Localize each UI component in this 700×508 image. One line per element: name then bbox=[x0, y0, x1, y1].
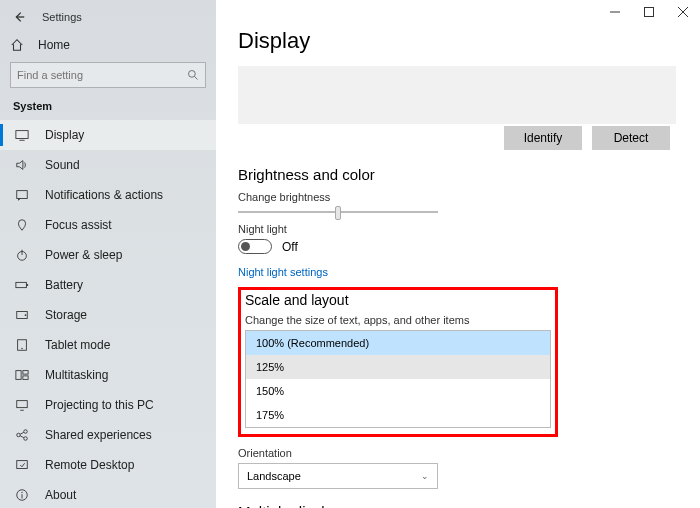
nightlight-state: Off bbox=[282, 240, 298, 254]
project-icon bbox=[13, 398, 31, 412]
sidebar: Settings Home System Display Sound bbox=[0, 0, 216, 508]
home-label: Home bbox=[38, 38, 70, 52]
nav-about[interactable]: About bbox=[0, 480, 216, 508]
focus-icon bbox=[13, 218, 31, 232]
close-button[interactable] bbox=[666, 0, 700, 24]
battery-icon bbox=[13, 278, 31, 292]
shared-icon bbox=[13, 428, 31, 442]
nav-label: Battery bbox=[45, 278, 83, 292]
sound-icon bbox=[13, 158, 31, 172]
nav-notifications[interactable]: Notifications & actions bbox=[0, 180, 216, 210]
nav-label: Storage bbox=[45, 308, 87, 322]
svg-point-17 bbox=[21, 348, 22, 349]
svg-point-5 bbox=[189, 71, 196, 78]
main-content: Display Identify Detect Brightness and c… bbox=[216, 0, 700, 508]
nightlight-label: Night light bbox=[238, 223, 676, 235]
display-preview: Identify Detect bbox=[238, 66, 676, 124]
svg-point-22 bbox=[17, 433, 21, 437]
nav-label: Tablet mode bbox=[45, 338, 110, 352]
scale-option-150[interactable]: 150% bbox=[246, 379, 550, 403]
scale-dropdown[interactable]: 100% (Recommended) 125% 150% 175% bbox=[245, 330, 551, 428]
nav-label: Focus assist bbox=[45, 218, 112, 232]
search-icon bbox=[187, 69, 199, 81]
tablet-icon bbox=[13, 338, 31, 352]
svg-rect-1 bbox=[645, 8, 654, 17]
storage-icon bbox=[13, 308, 31, 322]
brightness-label: Change brightness bbox=[238, 191, 676, 203]
nav-battery[interactable]: Battery bbox=[0, 270, 216, 300]
search-box[interactable] bbox=[10, 62, 206, 88]
svg-rect-12 bbox=[16, 282, 27, 287]
scale-option-100[interactable]: 100% (Recommended) bbox=[246, 331, 550, 355]
slider-thumb[interactable] bbox=[335, 206, 341, 220]
nav-tablet[interactable]: Tablet mode bbox=[0, 330, 216, 360]
svg-rect-18 bbox=[16, 371, 21, 380]
scale-highlight: Scale and layout Change the size of text… bbox=[238, 287, 558, 437]
orientation-value: Landscape bbox=[247, 470, 301, 482]
nightlight-settings-link[interactable]: Night light settings bbox=[238, 266, 328, 278]
chevron-down-icon: ⌄ bbox=[421, 471, 429, 481]
svg-rect-20 bbox=[23, 376, 28, 380]
scale-option-175[interactable]: 175% bbox=[246, 403, 550, 427]
detect-button[interactable]: Detect bbox=[592, 126, 670, 150]
nav-label: Sound bbox=[45, 158, 80, 172]
search-input[interactable] bbox=[17, 69, 187, 81]
scale-option-125[interactable]: 125% bbox=[246, 355, 550, 379]
back-icon[interactable] bbox=[10, 10, 28, 24]
nav-sound[interactable]: Sound bbox=[0, 150, 216, 180]
scale-label: Change the size of text, apps, and other… bbox=[245, 314, 551, 326]
home-icon bbox=[10, 38, 24, 52]
power-icon bbox=[13, 248, 31, 262]
svg-line-26 bbox=[20, 436, 24, 438]
multiple-displays-heading: Multiple displays bbox=[238, 503, 676, 508]
svg-rect-21 bbox=[17, 401, 28, 408]
toggle-knob bbox=[241, 242, 250, 251]
orientation-select[interactable]: Landscape ⌄ bbox=[238, 463, 438, 489]
svg-line-6 bbox=[195, 77, 198, 80]
nav-multitasking[interactable]: Multitasking bbox=[0, 360, 216, 390]
nav-display[interactable]: Display bbox=[0, 120, 216, 150]
settings-window: Settings Home System Display Sound bbox=[0, 0, 700, 508]
nav-label: Display bbox=[45, 128, 84, 142]
home-link[interactable]: Home bbox=[0, 32, 216, 62]
nav-label: Multitasking bbox=[45, 368, 108, 382]
nav-list: Display Sound Notifications & actions Fo… bbox=[0, 120, 216, 508]
svg-rect-7 bbox=[16, 131, 28, 139]
svg-rect-19 bbox=[23, 371, 28, 375]
about-icon bbox=[13, 488, 31, 502]
nav-remote[interactable]: Remote Desktop bbox=[0, 450, 216, 480]
nav-label: Projecting to this PC bbox=[45, 398, 154, 412]
svg-point-15 bbox=[25, 314, 27, 316]
nav-label: Shared experiences bbox=[45, 428, 152, 442]
svg-line-25 bbox=[20, 432, 24, 434]
nightlight-toggle[interactable] bbox=[238, 239, 272, 254]
section-header: System bbox=[0, 100, 216, 120]
identify-button[interactable]: Identify bbox=[504, 126, 582, 150]
orientation-label: Orientation bbox=[238, 447, 676, 459]
window-controls bbox=[598, 0, 700, 24]
display-icon bbox=[13, 128, 31, 142]
app-title: Settings bbox=[42, 11, 82, 23]
multitasking-icon bbox=[13, 368, 31, 382]
svg-point-24 bbox=[24, 437, 28, 441]
brightness-heading: Brightness and color bbox=[238, 166, 676, 183]
nav-label: About bbox=[45, 488, 76, 502]
nav-label: Notifications & actions bbox=[45, 188, 163, 202]
page-title: Display bbox=[238, 28, 676, 54]
brightness-slider[interactable] bbox=[238, 211, 438, 213]
maximize-button[interactable] bbox=[632, 0, 666, 24]
nav-focus[interactable]: Focus assist bbox=[0, 210, 216, 240]
nav-label: Power & sleep bbox=[45, 248, 122, 262]
nav-label: Remote Desktop bbox=[45, 458, 134, 472]
nav-power[interactable]: Power & sleep bbox=[0, 240, 216, 270]
minimize-button[interactable] bbox=[598, 0, 632, 24]
svg-rect-9 bbox=[17, 191, 28, 199]
nav-projecting[interactable]: Projecting to this PC bbox=[0, 390, 216, 420]
scale-heading: Scale and layout bbox=[245, 292, 551, 308]
notifications-icon bbox=[13, 188, 31, 202]
svg-point-23 bbox=[24, 430, 28, 434]
svg-rect-13 bbox=[26, 284, 28, 286]
nav-shared[interactable]: Shared experiences bbox=[0, 420, 216, 450]
nav-storage[interactable]: Storage bbox=[0, 300, 216, 330]
remote-icon bbox=[13, 458, 31, 472]
